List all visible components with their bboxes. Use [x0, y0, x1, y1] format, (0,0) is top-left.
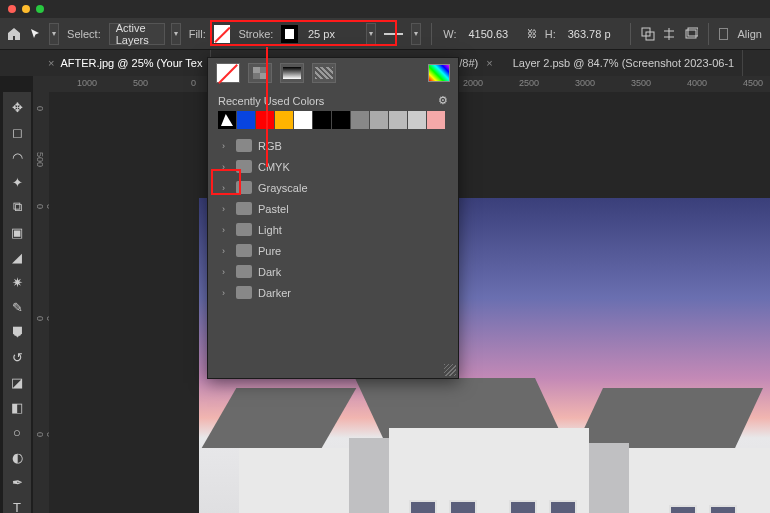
- solid-mode-icon[interactable]: [248, 63, 272, 83]
- stroke-style-caret[interactable]: ▾: [411, 23, 421, 45]
- history-brush-tool-icon[interactable]: ↺: [6, 346, 28, 368]
- swatch-white[interactable]: [294, 111, 312, 129]
- tab-label: AFTER.jpg @ 25% (Your Tex: [60, 57, 202, 69]
- link-wh-icon[interactable]: ⛓: [526, 22, 536, 46]
- swatch-gray4[interactable]: [408, 111, 426, 129]
- pattern-mode-icon[interactable]: [312, 63, 336, 83]
- wand-tool-icon[interactable]: ✦: [6, 171, 28, 193]
- home-icon[interactable]: [6, 22, 22, 46]
- swatch-black2[interactable]: [313, 111, 331, 129]
- swatch-black3[interactable]: [332, 111, 350, 129]
- stroke-width-field[interactable]: [304, 23, 360, 45]
- select-label: Select:: [67, 28, 101, 40]
- folder-darker[interactable]: ›Darker: [208, 282, 450, 303]
- swatch-red[interactable]: [256, 111, 274, 129]
- gradient-mode-icon[interactable]: [280, 63, 304, 83]
- tab-close-icon[interactable]: ×: [486, 57, 492, 69]
- no-color-mode-icon[interactable]: [216, 63, 240, 83]
- panel-resize-handle[interactable]: [444, 364, 456, 376]
- swatch-pink[interactable]: [427, 111, 445, 129]
- swatch-blue[interactable]: [237, 111, 255, 129]
- folder-light[interactable]: ›Light: [208, 219, 450, 240]
- crop-tool-icon[interactable]: ⧉: [6, 196, 28, 218]
- swatch-row: [208, 109, 458, 135]
- height-label: H:: [545, 28, 556, 40]
- color-preview-icon[interactable]: [428, 64, 450, 82]
- folder-pure[interactable]: ›Pure: [208, 240, 450, 261]
- lasso-tool-icon[interactable]: ◠: [6, 146, 28, 168]
- stroke-width-caret[interactable]: ▾: [366, 23, 376, 45]
- path-align-icon[interactable]: [662, 22, 677, 46]
- path-ops-icon[interactable]: [640, 22, 655, 46]
- swatch-folders[interactable]: ›RGB ›CMYK ›Grayscale ›Pastel ›Light ›Pu…: [208, 135, 458, 303]
- frame-tool-icon[interactable]: ▣: [6, 221, 28, 243]
- dodge-tool-icon[interactable]: ◐: [6, 446, 28, 468]
- svg-rect-5: [253, 67, 260, 73]
- ruler-vertical[interactable]: 0 500 500 1000 1500: [33, 92, 49, 513]
- folder-dark[interactable]: ›Dark: [208, 261, 450, 282]
- move-tool-icon[interactable]: ✥: [6, 96, 28, 118]
- swatch-gray2[interactable]: [370, 111, 388, 129]
- folder-cmyk[interactable]: ›CMYK: [208, 156, 450, 177]
- width-field[interactable]: [464, 23, 520, 45]
- eraser-tool-icon[interactable]: ◪: [6, 371, 28, 393]
- folder-rgb[interactable]: ›RGB: [208, 135, 450, 156]
- align-edges-checkbox[interactable]: [719, 28, 727, 40]
- brush-tool-icon[interactable]: ✎: [6, 296, 28, 318]
- tools-panel: ✥ ◻ ◠ ✦ ⧉ ▣ ◢ ✷ ✎ ⛊ ↺ ◪ ◧ ○ ◐ ✒ T ▸: [3, 92, 31, 513]
- tab-layer2-psb[interactable]: Layer 2.psb @ 84.7% (Screenshot 2023-06-…: [505, 50, 744, 76]
- stroke-style-preview[interactable]: [384, 33, 403, 35]
- align-edges-label: Align: [738, 28, 762, 40]
- fill-label: Fill:: [189, 28, 206, 40]
- fill-swatch[interactable]: [214, 25, 231, 43]
- path-arrange-icon[interactable]: [683, 22, 698, 46]
- stamp-tool-icon[interactable]: ⛊: [6, 321, 28, 343]
- select-mode-dropdown[interactable]: Active Layers: [109, 23, 165, 45]
- tab-after-jpg[interactable]: × AFTER.jpg @ 25% (Your Tex: [40, 50, 211, 76]
- options-bar: ▾ Select: Active Layers ▾ Fill: Stroke: …: [0, 18, 770, 50]
- color-picker-panel: Recently Used Colors ⚙ ›RGB ›CMYK ›Grays…: [207, 57, 459, 379]
- recently-used-label: Recently Used Colors: [218, 95, 324, 107]
- marquee-tool-icon[interactable]: ◻: [6, 121, 28, 143]
- panel-gear-icon[interactable]: ⚙: [438, 94, 448, 107]
- stroke-swatch[interactable]: [281, 25, 298, 43]
- close-window-icon[interactable]: [8, 5, 16, 13]
- window-titlebar: [0, 0, 770, 18]
- swatch-black-selected[interactable]: [218, 111, 236, 129]
- move-tool-indicator-icon[interactable]: [28, 22, 43, 46]
- folder-grayscale[interactable]: ›Grayscale: [208, 177, 450, 198]
- svg-rect-6: [260, 73, 267, 79]
- swatch-gray3[interactable]: [389, 111, 407, 129]
- tool-preset-dropdown[interactable]: ▾: [49, 23, 59, 45]
- heal-tool-icon[interactable]: ✷: [6, 271, 28, 293]
- folder-pastel[interactable]: ›Pastel: [208, 198, 450, 219]
- blur-tool-icon[interactable]: ○: [6, 421, 28, 443]
- minimize-window-icon[interactable]: [22, 5, 30, 13]
- pen-tool-icon[interactable]: ✒: [6, 471, 28, 493]
- tab-label: Layer 2.psb @ 84.7% (Screenshot 2023-06-…: [513, 57, 735, 69]
- width-label: W:: [443, 28, 456, 40]
- swatch-gray1[interactable]: [351, 111, 369, 129]
- gradient-tool-icon[interactable]: ◧: [6, 396, 28, 418]
- maximize-window-icon[interactable]: [36, 5, 44, 13]
- stroke-label: Stroke:: [238, 28, 273, 40]
- swatch-orange[interactable]: [275, 111, 293, 129]
- eyedropper-tool-icon[interactable]: ◢: [6, 246, 28, 268]
- type-tool-icon[interactable]: T: [6, 496, 28, 513]
- height-field[interactable]: [564, 23, 620, 45]
- select-mode-caret[interactable]: ▾: [171, 23, 181, 45]
